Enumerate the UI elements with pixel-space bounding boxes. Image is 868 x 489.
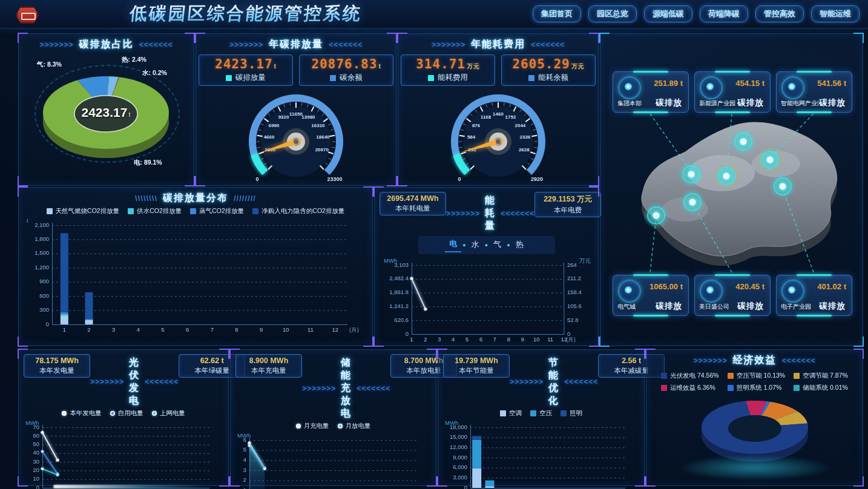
annual-carbon-gauge-chart [199, 93, 393, 184]
title-arrows-left: >>>>>>> [229, 41, 263, 49]
site-card-smart-grid-park[interactable]: 541.56 t 智能电网产业园 碳排放 [776, 71, 852, 113]
legend-item[interactable]: 储能系统 0.01% [794, 384, 848, 392]
legend-item[interactable]: 空压 [530, 409, 552, 418]
legend-item[interactable]: 天然气燃烧CO2排放量 [47, 207, 120, 215]
legend-label: 自用电量 [118, 409, 143, 418]
center-value: 2423.17 [82, 105, 128, 119]
tab-电[interactable]: 电 [445, 238, 461, 252]
map-marker[interactable] [769, 173, 796, 200]
badge-value: 19.739 MWh [449, 356, 504, 365]
panel-title: 年碳排放量 [269, 38, 323, 51]
legend-item[interactable]: 供水CO2排放量 [128, 207, 182, 215]
site-carbon-label: 碳排放 [738, 301, 764, 312]
map-marker[interactable] [643, 202, 669, 229]
nav-smart-operations[interactable]: 智能运维 [811, 5, 860, 22]
legend-swatch-icon [728, 373, 734, 379]
pie-glow-platform [679, 455, 830, 481]
legend-item[interactable]: 空调 [500, 409, 522, 418]
nav-efficient-control[interactable]: 管控高效 [755, 5, 804, 22]
legend-item[interactable]: 月充电量 [296, 422, 329, 430]
panel-title-row: >>>>>>> 光伏发电 <<<<<<< [90, 356, 179, 407]
site-carbon-value: 541.56 t [817, 79, 846, 88]
badge-value: 8.900 MWh [241, 356, 297, 365]
site-card-new-energy-park[interactable]: 454.15 t 新能源产业园 碳排放 [694, 71, 771, 113]
app-title: 低碳园区综合能源管控系统 [128, 2, 363, 26]
site-name: 智能电网产业园 [781, 99, 818, 108]
site-card-electric-city[interactable]: 1065.00 t 电气城 碳排放 [613, 275, 689, 316]
badge-value: 2695.474 MWh [385, 194, 441, 203]
site-name: 新能源产业园 [699, 99, 735, 108]
map-marker[interactable] [713, 163, 740, 189]
title-arrows-right: <<<<<<< [139, 41, 173, 49]
energy-consumption-chart [380, 257, 593, 347]
map-marker[interactable] [730, 128, 757, 155]
site-icon [618, 280, 641, 303]
legend-item[interactable]: 空调节能 7.87% [794, 372, 848, 380]
tab-气[interactable]: 气 [489, 238, 505, 252]
legend-item[interactable]: 月放电量 [338, 422, 371, 430]
site-name: 集团本部 [617, 99, 642, 108]
panel-head: 2695.474 MWh 本年耗电量 >>>>>>> 能耗量 <<<<<<< 2… [375, 188, 598, 232]
legend-swatch-icon [661, 385, 667, 391]
nav-load-carbon-reduction[interactable]: 荷端降碳 [700, 5, 748, 22]
panel-title: 能耗量 [485, 194, 496, 232]
panel-park-map: 251.89 t 集团本部 碳排放 454.15 t 新能源产业园 碳排放 54… [600, 33, 863, 346]
stat-label: 碳排放量 [235, 73, 266, 83]
panel-pv-generation: 78.175 MWh 本年发电量 >>>>>>> 光伏发电 <<<<<<< 62… [18, 349, 229, 486]
panel-carbon-distribution: \\\\\\\\ 碳排放量分布 //////// 天然气燃烧CO2排放量供水CO… [18, 187, 373, 346]
tab-热[interactable]: 热 [511, 238, 528, 252]
title-arrows-left: >>>>>>> [446, 209, 480, 218]
badge-year-saving: 19.739 MWh 本年节能量 [443, 354, 510, 378]
title-arrows-left: >>>>>>> [90, 378, 124, 386]
legend-item[interactable]: 蒸气CO2排放量 [190, 207, 244, 215]
tab-水[interactable]: 水 [467, 238, 484, 252]
badge-label: 本年充电量 [241, 366, 297, 375]
legend-swatch-icon [500, 410, 506, 416]
panel-title-row: >>>>>>> 碳排放占比 <<<<<<< [19, 34, 194, 51]
badge-year-electricity: 2695.474 MWh 本年耗电量 [380, 192, 446, 215]
panel-annual-carbon: >>>>>>> 年碳排放量 <<<<<<< 2423.17t 碳排放量 2087… [196, 33, 396, 186]
panel-title: 经济效益 [733, 354, 777, 367]
legend-item[interactable]: 自用电量 [110, 409, 143, 418]
panel-storage: 8.900 MWh 本年充电量 >>>>>>> 储能充放电 <<<<<<< 8.… [230, 349, 436, 486]
title-arrows-right: <<<<<<< [145, 378, 179, 386]
legend-item[interactable]: 净购入电力隐含的CO2排放量 [252, 207, 344, 215]
stat-label: 能耗余额 [538, 73, 568, 83]
legend-label: 储能系统 0.01% [803, 384, 848, 392]
site-card-electronics-park[interactable]: 401.02 t 电子产业园 碳排放 [776, 275, 852, 316]
legend-item[interactable]: 光伏发电 74.56% [661, 372, 719, 380]
site-carbon-value: 454.15 t [735, 79, 764, 88]
site-name: 电气城 [617, 303, 636, 311]
site-card-group-hq[interactable]: 251.89 t 集团本部 碳排放 [613, 71, 689, 113]
title-slashes-right: //////// [234, 194, 256, 203]
legend-swatch-icon [794, 373, 800, 379]
nav-group-home[interactable]: 集团首页 [533, 5, 581, 22]
site-carbon-label: 碳排放 [820, 301, 846, 312]
nav-source-low-carbon[interactable]: 源端低碳 [644, 5, 692, 22]
panel-energy-saving: 19.739 MWh 本年节能量 >>>>>>> 节能优化 <<<<<<< 2.… [438, 349, 645, 486]
site-icon [781, 280, 804, 303]
energy-saving-chart [441, 419, 641, 489]
legend-item[interactable]: 照明系统 1.07% [728, 384, 786, 392]
title-arrows-left: >>>>>>> [693, 356, 727, 365]
panel-title-row: >>>>>>> 能耗量 <<<<<<< [446, 194, 534, 232]
legend-swatch-icon [47, 208, 53, 214]
carbon-distribution-chart [23, 217, 368, 338]
site-card-meirisheng[interactable]: 420.45 t 美日盛公司 碳排放 [694, 275, 771, 316]
panel-title-row: >>>>>>> 储能充放电 <<<<<<< [302, 356, 390, 420]
tab-separator-dot-icon: ● [462, 242, 465, 248]
map-marker[interactable] [757, 146, 783, 173]
legend-item[interactable]: 本年发电量 [62, 409, 102, 418]
map-marker[interactable] [678, 161, 705, 188]
panel-title: 碳排放占比 [79, 38, 134, 51]
legend-item[interactable]: 空压节能 10.13% [728, 372, 786, 380]
legend-item[interactable]: 上网电量 [152, 409, 185, 418]
legend-item[interactable]: 运维效益 6.36% [661, 384, 719, 392]
panel-title: 年能耗费用 [471, 38, 525, 51]
panel-head: 78.175 MWh 本年发电量 >>>>>>> 光伏发电 <<<<<<< 62… [19, 350, 228, 407]
nav-park-overview[interactable]: 园区总览 [588, 5, 637, 22]
legend-item[interactable]: 照明 [561, 409, 582, 418]
badge-year-generation: 78.175 MWh 本年发电量 [24, 354, 90, 378]
legend-label: 月放电量 [346, 422, 371, 430]
map-marker[interactable] [679, 189, 706, 215]
